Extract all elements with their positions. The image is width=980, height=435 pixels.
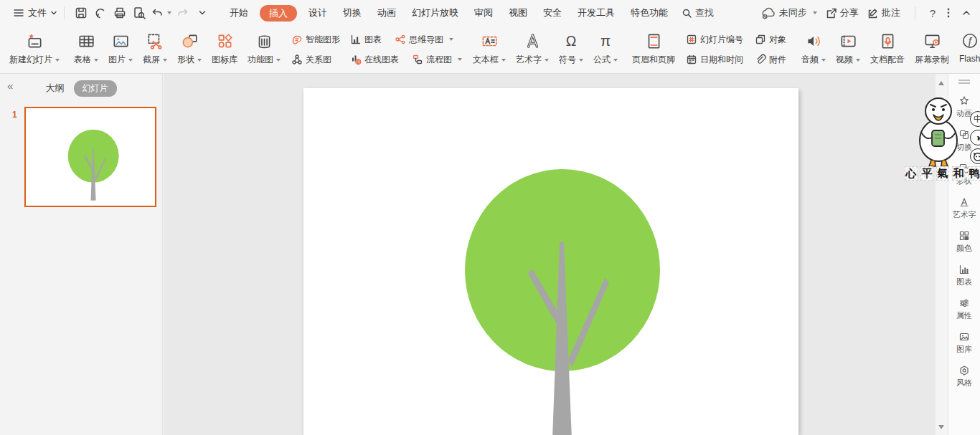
collapse-panel-button[interactable]: « (7, 80, 13, 92)
sidebar-drag-handle[interactable] (958, 80, 970, 84)
slide-canvas-area[interactable] (164, 74, 936, 435)
style-icon (958, 365, 970, 376)
tab-outline[interactable]: 大纲 (46, 82, 65, 95)
tab-design[interactable]: 设计 (301, 0, 335, 26)
hamburger-icon[interactable] (9, 4, 28, 23)
widget-cat-button[interactable] (970, 148, 980, 164)
icon-library-button[interactable]: 图标库 (207, 26, 242, 73)
chart-button[interactable]: 图表 (347, 34, 392, 46)
textbox-icon (480, 31, 499, 51)
smart-art-button[interactable]: 智能图形 (288, 34, 347, 46)
tab-security[interactable]: 安全 (535, 0, 570, 26)
tab-review[interactable]: 审阅 (466, 0, 501, 26)
sidebar-item-properties[interactable]: 属性 (956, 297, 972, 321)
export-button[interactable] (90, 4, 110, 23)
attachment-button[interactable]: 附件 (752, 54, 789, 66)
datetime-button[interactable]: 日期和时间 (683, 54, 752, 66)
slide-thumbnail[interactable] (24, 107, 156, 207)
tab-slideshow[interactable]: 幻灯片放映 (404, 0, 466, 26)
slide-number-icon (686, 34, 697, 45)
shapes-icon (180, 31, 199, 51)
tab-view[interactable]: 视图 (501, 0, 535, 26)
vertical-scrollbar[interactable] (936, 74, 948, 435)
function-diagram-button[interactable]: 功能图 (242, 26, 286, 73)
sidebar-item-color[interactable]: 颜色 (956, 230, 972, 254)
icon-library-icon (215, 31, 234, 51)
tab-slides[interactable]: 幻灯片 (74, 80, 117, 97)
sidebar-item-gallery[interactable]: 图库 (956, 331, 972, 355)
sidebar-item-chart[interactable]: 图表 (956, 264, 972, 287)
header-footer-button[interactable]: 页眉和页脚 (627, 26, 680, 73)
stamp-char: 鸭 (968, 166, 980, 181)
more-quick-actions-button[interactable] (192, 4, 212, 23)
wordart-button[interactable]: 艺术字 (511, 26, 554, 73)
shapes-button[interactable]: 形状 (172, 26, 207, 73)
redo-button[interactable] (173, 4, 192, 23)
tree-graphic[interactable] (303, 88, 798, 435)
widget-moon-button[interactable]: ◑ (970, 130, 980, 145)
flowchart-button[interactable]: 流程图 (409, 54, 465, 66)
new-slide-icon (25, 31, 44, 51)
sync-status-label: 未同步 (779, 6, 807, 19)
video-button[interactable]: 视频 (831, 26, 865, 73)
header-footer-icon (644, 31, 663, 51)
caret-icon (94, 59, 98, 62)
scroll-down-arrow[interactable] (938, 425, 944, 429)
caret-icon (856, 59, 860, 62)
screen-record-button[interactable]: 屏幕录制 (910, 26, 954, 73)
tab-insert[interactable]: 插入 (260, 5, 297, 21)
save-button[interactable] (71, 4, 90, 23)
collapse-ribbon-button[interactable] (961, 8, 971, 18)
share-icon (825, 7, 837, 19)
audio-button[interactable]: 音频 (796, 26, 831, 73)
slide-number-label: 幻灯片编号 (700, 34, 743, 46)
sidebar-item-label: 图表 (956, 277, 972, 287)
slide-number-button[interactable]: 幻灯片编号 (683, 34, 752, 46)
formula-button[interactable]: π 公式 (588, 26, 623, 73)
print-preview-button[interactable] (129, 4, 149, 23)
online-chart-button[interactable]: 在线图表 (347, 54, 409, 66)
ribbon-toolbar: 新建幻灯片 表格 图片 截屏 形状 图标库 功能图 智能图形 图表 (0, 26, 980, 74)
tab-animation[interactable]: 动画 (369, 0, 404, 26)
object-button[interactable]: 对象 (752, 34, 789, 46)
sidebar-item-label: 颜色 (956, 243, 972, 254)
print-icon (113, 6, 127, 20)
picture-button[interactable]: 图片 (103, 26, 138, 73)
slide-page[interactable] (303, 88, 798, 435)
mindmap-button[interactable]: 思维导图 (392, 34, 456, 46)
tab-devtools[interactable]: 开发工具 (570, 0, 623, 26)
chart-icon (958, 264, 970, 275)
caret-icon (276, 59, 281, 62)
symbol-label: 符号 (559, 54, 576, 66)
search-button[interactable]: 查找 (682, 6, 714, 19)
table-button[interactable]: 表格 (69, 26, 103, 73)
sidebar-item-wordart[interactable]: 艺术字 (953, 196, 976, 220)
comment-button[interactable]: 批注 (867, 6, 900, 19)
relation-diagram-button[interactable]: 关系图 (288, 54, 347, 66)
sidebar-item-style[interactable]: 风格 (956, 365, 972, 388)
scroll-up-arrow[interactable] (938, 81, 944, 85)
mindmap-icon (395, 34, 406, 45)
search-icon (682, 8, 692, 19)
flash-button[interactable]: ƒ Flash (954, 26, 980, 73)
screenshot-button[interactable]: 截屏 (138, 26, 172, 73)
textbox-button[interactable]: 文本框 (468, 26, 511, 73)
tab-transition[interactable]: 切换 (335, 0, 369, 26)
widget-zhong-button[interactable]: 中 (970, 111, 980, 127)
tab-home[interactable]: 开始 (222, 0, 256, 26)
sidebar-item-label: 图库 (956, 344, 972, 355)
more-menu-button[interactable] (943, 7, 953, 19)
tab-features[interactable]: 特色功能 (623, 0, 676, 26)
new-slide-button[interactable]: 新建幻灯片 (4, 26, 65, 73)
print-button[interactable] (110, 4, 129, 23)
undo-button[interactable] (149, 4, 173, 23)
doc-voice-button[interactable]: 文档配音 (865, 26, 910, 73)
file-menu[interactable]: 文件 (28, 6, 57, 19)
share-button[interactable]: 分享 (825, 6, 859, 19)
symbol-button[interactable]: Ω 符号 (554, 26, 588, 73)
sync-status-button[interactable]: 未同步 (760, 6, 817, 19)
svg-text:Ω: Ω (566, 33, 577, 49)
file-menu-label: 文件 (28, 6, 47, 19)
help-button[interactable]: ? (930, 7, 936, 19)
wordart-label: 艺术字 (516, 54, 542, 66)
